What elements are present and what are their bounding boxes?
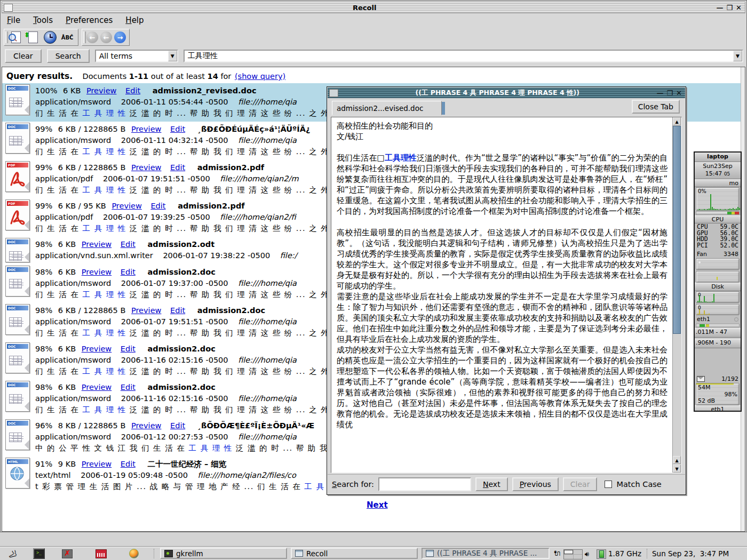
preview-link[interactable]: Preview <box>86 86 116 95</box>
file-size: 6 KB / 1228865 B <box>58 163 126 172</box>
relevance-percent: 98% <box>35 240 52 249</box>
preview-search-input[interactable] <box>378 477 471 491</box>
cpufreq-icon[interactable] <box>597 549 606 559</box>
sort-params-icon[interactable]: ⬍ <box>26 30 41 44</box>
meter-panel[interactable]: 54M 98% 52 dB <box>696 383 740 405</box>
edit-link[interactable]: Edit <box>121 240 136 249</box>
menu-preferences[interactable]: Preferences <box>66 15 113 25</box>
chevron-down-icon[interactable]: ▼ <box>168 51 177 61</box>
edit-link[interactable]: Edit <box>121 460 136 468</box>
preview-link[interactable]: Preview <box>112 202 141 210</box>
task-gkrellm[interactable]: gkrellm <box>160 548 287 559</box>
maximize-icon[interactable]: ❒ <box>726 4 733 11</box>
preview-link[interactable]: Preview <box>131 125 161 133</box>
editor-launcher-icon[interactable] <box>95 548 107 559</box>
edit-link[interactable]: Edit <box>150 202 165 210</box>
edit-link[interactable]: Edit <box>121 345 136 353</box>
firefox-launcher-icon[interactable] <box>128 548 140 559</box>
mime-type: application/msword <box>35 356 111 364</box>
preview-link[interactable]: Preview <box>82 268 112 276</box>
preview-titlebar[interactable]: ((工 PHRASE 4 具 PHRASE 4 理 PHRASE 4 性)) —… <box>328 87 685 98</box>
edit-link[interactable]: Edit <box>170 421 185 430</box>
docs-word: Documents <box>83 72 127 81</box>
clear-button[interactable]: Clear <box>5 49 42 63</box>
menu-tools[interactable]: Tools <box>33 15 53 25</box>
menu-help[interactable]: Help <box>125 15 144 25</box>
file-type-icon: HTML <box>5 457 35 495</box>
menu-file[interactable]: File <box>7 15 20 25</box>
result-filename: ¸ßÕÐÖÆ¶È£ºÏ¡È±ÖÐµÄ¹«Æ <box>197 421 315 430</box>
preview-window-menu-icon[interactable] <box>329 89 338 97</box>
preview-link[interactable]: Preview <box>131 421 161 430</box>
mail-row[interactable]: 1/192 <box>695 375 741 383</box>
task-recoll[interactable]: Recoll <box>291 548 418 559</box>
mime-type: application/msword <box>35 136 111 145</box>
preview-link[interactable]: Preview <box>82 240 112 249</box>
edit-link[interactable]: Edit <box>170 306 185 315</box>
recoll-titlebar[interactable]: Recoll — ❒ ✕ <box>2 2 745 13</box>
preview-link[interactable]: Preview <box>82 383 112 391</box>
scroll-down-icon[interactable]: ▼ <box>673 465 681 473</box>
file-date: 2006-01-19 05:09:48 -0500 <box>81 471 188 479</box>
lock-screen-icon[interactable]: ✗ <box>61 548 73 559</box>
history-clock-icon[interactable] <box>43 30 58 44</box>
scroll-up-icon[interactable]: ▲ <box>673 117 681 125</box>
edit-link[interactable]: Edit <box>125 86 140 95</box>
next-page-link[interactable]: Next <box>367 500 388 510</box>
scroll-up2-icon[interactable]: ▲ <box>673 456 681 464</box>
volume-icon[interactable]: 🔊︎ <box>585 550 589 558</box>
preview-maximize-icon[interactable]: ❒ <box>666 90 673 97</box>
match-case-checkbox[interactable] <box>605 481 612 488</box>
task-preview[interactable]: ((工 PHRASE 4 具 PHRASE ... <box>422 548 550 559</box>
find-clear-button[interactable]: Clear <box>563 477 598 491</box>
advanced-search-icon[interactable] <box>9 30 23 44</box>
nav-forward-icon[interactable]: → <box>114 31 126 43</box>
file-size: 9 KB <box>58 460 76 468</box>
disk-chart-1[interactable]: 0 <box>696 291 740 303</box>
net-line-2: .906M - 190 <box>695 339 741 348</box>
preview-minimize-icon[interactable]: — <box>656 90 663 97</box>
edit-link[interactable]: Edit <box>170 125 185 133</box>
preview-link[interactable]: Preview <box>82 460 112 468</box>
edit-link[interactable]: Edit <box>121 383 136 391</box>
file-date: 2006-01-07 19:39:25 -0500 <box>103 213 210 221</box>
query-input[interactable]: 工具理性 ▼ <box>184 50 743 62</box>
search-mode-select[interactable]: All terms ▼ <box>95 50 178 62</box>
gkrellm-window[interactable]: laptop Sun23Sep 15:47 05 mo 0% CPU CPU59… <box>694 151 742 412</box>
relevance-percent: 99% <box>35 202 52 210</box>
terminal-launcher-icon[interactable]: >_ <box>33 548 45 559</box>
result-filename: admission2_revised.doc <box>153 86 257 95</box>
scrollbar-thumb[interactable] <box>673 126 681 334</box>
nav-back-icon[interactable]: ← <box>100 31 112 43</box>
preview-link[interactable]: Preview <box>131 163 161 172</box>
nav-first-icon[interactable]: ← <box>86 31 98 43</box>
gkrellm-hostname[interactable]: laptop <box>695 153 741 162</box>
search-button[interactable]: Search <box>47 49 90 63</box>
clock-separator <box>647 549 649 558</box>
edit-link[interactable]: Edit <box>121 268 136 276</box>
docs-range: 1-11 <box>129 72 148 81</box>
file-date: 2006-01-11 05:54:44 -0500 <box>121 98 228 106</box>
preview-link[interactable]: Preview <box>131 306 161 315</box>
gnome-menu-icon[interactable]: 🦶︎ <box>6 548 18 559</box>
find-previous-button[interactable]: Previous <box>512 477 559 491</box>
preview-tab[interactable]: admission2...evised.doc <box>332 101 442 115</box>
window-menu-icon[interactable] <box>4 4 13 12</box>
disk-chart-2[interactable]: 0 <box>696 304 740 315</box>
power-plug-icon[interactable]: 🔌︎ <box>554 549 561 557</box>
close-icon[interactable]: ✕ <box>736 4 742 11</box>
workspace-switcher[interactable] <box>563 549 583 559</box>
temp-readouts: CPU59.0CGPU56.0CHDD39.0CPCI52.0C <box>695 223 741 250</box>
preview-scrollbar[interactable]: ▲ ▲ ▼ <box>672 117 681 473</box>
taskbar-clock[interactable]: Sun Sep 23, 3:47 PM <box>652 549 729 558</box>
query-history-chevron-icon[interactable]: ▼ <box>733 51 742 61</box>
close-tab-button[interactable]: Close Tab <box>632 100 680 114</box>
edit-link[interactable]: Edit <box>170 163 185 172</box>
show-query-link[interactable]: (show query) <box>235 72 285 81</box>
find-next-button[interactable]: Next <box>475 477 508 491</box>
preview-link[interactable]: Preview <box>82 345 112 353</box>
term-explorer-icon[interactable]: ÅBĈ <box>60 30 75 44</box>
preview-close-icon[interactable]: ✕ <box>676 90 682 97</box>
minimize-icon[interactable]: — <box>716 4 723 11</box>
cpu-chart[interactable]: 0% <box>696 187 740 211</box>
